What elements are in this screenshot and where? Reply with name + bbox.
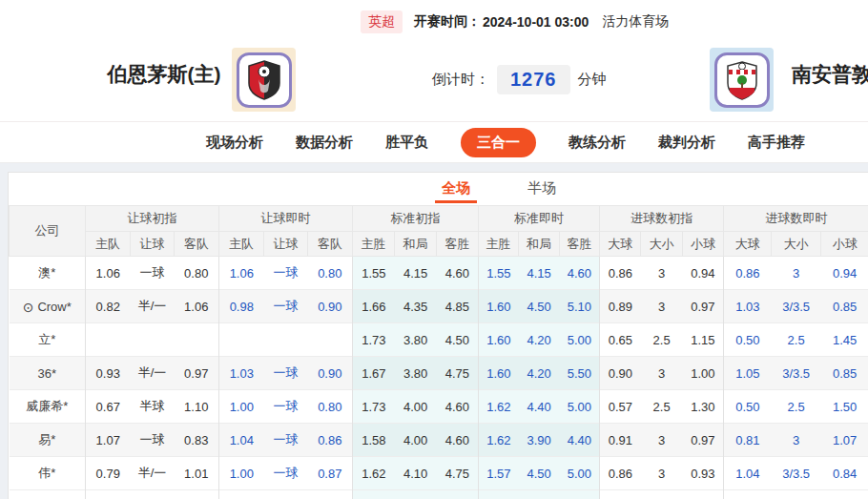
table-row: 36*0.93半/一0.971.03一球0.901.673.804.751.60… — [10, 357, 868, 390]
odds-cell-handicap_live-1: 一球 — [264, 357, 308, 390]
odds-cell-handicap_initial-1: 半/一 — [131, 357, 175, 390]
odds-cell-euro_live-1: 4.20 — [519, 357, 560, 390]
company-cell[interactable]: 伟* — [10, 457, 86, 490]
company-cell[interactable]: 威廉希* — [10, 390, 86, 424]
group-header-4: 进球数初指 — [600, 206, 724, 232]
nav-tab-5[interactable]: 裁判分析 — [658, 134, 715, 152]
odds-cell-euro_initial-0: 1.66 — [353, 290, 395, 323]
column-header-4-2: 小球 — [683, 232, 724, 257]
odds-cell-euro_live-0: 1.60 — [479, 323, 519, 357]
odds-cell-handicap_live-1: 一球 — [264, 424, 308, 457]
table-row: 威廉希*0.67半球1.101.00一球0.801.734.004.601.62… — [10, 390, 868, 424]
odds-cell-goals_live-1: 3/3.5 — [772, 357, 821, 390]
odds-cell-handicap_live-0: 1.00 — [219, 390, 264, 424]
odds-cell-euro_live-0: 1.62 — [479, 424, 519, 457]
odds-cell-goals_initial-1: 3 — [641, 257, 683, 290]
odds-cell-goals_live-1: 3/3.5 — [772, 290, 821, 323]
company-cell[interactable]: 易* — [10, 424, 86, 457]
odds-cell-goals_live-2: 0.84 — [821, 457, 868, 490]
odds-cell-euro_live-0: 1.62 — [479, 390, 519, 424]
countdown: 倒计时： 1276 分钟 — [432, 65, 607, 94]
nav-tab-4[interactable]: 教练分析 — [568, 134, 626, 152]
nav-tab-0[interactable]: 现场分析 — [206, 134, 263, 152]
odds-cell-euro_initial-0: 1.62 — [353, 457, 395, 490]
odds-cell-empty — [479, 490, 519, 499]
odds-cell-goals_live-1: 3/3.5 — [772, 457, 821, 490]
odds-cell-euro_initial-0: 1.73 — [353, 323, 395, 357]
odds-cell-empty — [519, 490, 560, 499]
odds-cell-euro_live-2: 4.60 — [560, 257, 600, 290]
odds-cell-euro_live-2: 4.40 — [560, 424, 600, 457]
league-badge[interactable]: 英超 — [361, 10, 403, 33]
company-cell[interactable]: 澳* — [10, 257, 86, 290]
odds-cell-handicap_initial-1: 半球 — [131, 390, 175, 424]
nav-tab-1[interactable]: 数据分析 — [296, 134, 353, 152]
group-header-5: 进球数即时 — [724, 206, 868, 232]
odds-cell-euro_live-1: 4.15 — [519, 257, 560, 290]
odds-cell-handicap_initial-0: 0.79 — [86, 457, 131, 490]
odds-cell-handicap_initial-1: 半/一 — [131, 457, 175, 490]
odds-cell-goals_live-1: 2.5 — [772, 323, 821, 357]
nav-tab-2[interactable]: 胜平负 — [385, 134, 428, 152]
nav-tab-3[interactable]: 三合一 — [461, 128, 536, 157]
odds-cell-empty — [560, 490, 600, 499]
odds-cell-euro_initial-1: 3.80 — [395, 357, 437, 390]
odds-cell-handicap_live-2 — [308, 323, 353, 357]
countdown-label: 倒计时： — [432, 71, 489, 89]
odds-cell-handicap_live-1: 一球 — [264, 290, 308, 323]
kickoff-time: 2024-10-01 03:00 — [483, 14, 589, 30]
column-header-0-2: 客队 — [175, 232, 219, 257]
odds-cell-euro_initial-0: 1.67 — [353, 357, 395, 390]
odds-cell-handicap_initial-2: 0.83 — [175, 424, 219, 457]
odds-table-body: 澳*1.06一球0.801.06一球0.801.554.154.601.554.… — [10, 257, 868, 499]
subtab-1[interactable]: 半场 — [527, 179, 556, 198]
odds-cell-handicap_live-1 — [264, 323, 308, 357]
odds-cell-empty — [683, 490, 724, 499]
odds-cell-handicap_initial-0 — [86, 323, 131, 357]
odds-cell-euro_initial-1: 4.15 — [395, 257, 437, 290]
odds-table-head: 公司让球初指让球即时标准初指标准即时进球数初指进球数即时主队让球客队主队让球客队… — [10, 206, 868, 257]
odds-cell-goals_initial-0: 0.90 — [600, 357, 641, 390]
table-row-partial — [10, 490, 868, 499]
odds-cell-euro_initial-2: 4.60 — [437, 390, 479, 424]
odds-cell-handicap_live-1: 一球 — [264, 390, 308, 424]
odds-cell-handicap_initial-1: 一球 — [131, 257, 175, 290]
odds-cell-handicap_live-1: 一球 — [264, 457, 308, 490]
column-header-2-2: 客胜 — [437, 232, 479, 257]
table-row: 伟*0.79半/一1.011.00一球0.871.624.104.751.574… — [10, 457, 868, 490]
odds-cell-euro_live-2: 5.50 — [560, 357, 600, 390]
subtab-0[interactable]: 全场 — [442, 179, 470, 198]
odds-cell-goals_initial-1: 3 — [641, 290, 683, 323]
column-header-2-0: 主胜 — [353, 232, 395, 257]
odds-cell-goals_initial-1: 2.5 — [641, 390, 683, 424]
odds-cell-goals_live-0: 1.04 — [724, 457, 772, 490]
odds-cell-euro_initial-1: 4.10 — [395, 457, 437, 490]
home-badge-icon — [247, 60, 281, 100]
odds-cell-euro_live-0: 1.57 — [479, 457, 519, 490]
odds-cell-goals_initial-1: 2.5 — [641, 323, 683, 357]
company-cell[interactable]: 36* — [10, 357, 86, 390]
odds-cell-empty — [353, 490, 395, 499]
odds-cell-handicap_live-2: 0.86 — [308, 424, 353, 457]
company-cell[interactable]: ⊙Crow* — [10, 290, 86, 323]
odds-panel: 全场半场 公司让球初指让球即时标准初指标准即时进球数初指进球数即时主队让球客队主… — [8, 172, 868, 499]
nav-tab-6[interactable]: 高手推荐 — [748, 134, 805, 152]
odds-cell-euro_live-0: 1.55 — [479, 257, 519, 290]
odds-cell-empty — [724, 490, 772, 499]
column-header-1-1: 让球 — [264, 232, 308, 257]
odds-cell-goals_initial-2: 0.94 — [683, 257, 724, 290]
column-header-1-0: 主队 — [219, 232, 264, 257]
odds-cell-euro_initial-1: 4.35 — [395, 290, 437, 323]
odds-cell-empty — [219, 490, 264, 499]
odds-cell-goals_initial-1: 3 — [641, 424, 683, 457]
odds-cell-goals_initial-0: 0.86 — [600, 457, 641, 490]
odds-cell-empty — [308, 490, 353, 499]
column-header-2-1: 和局 — [395, 232, 437, 257]
odds-cell-goals_initial-1: 3 — [641, 357, 683, 390]
odds-cell-euro_live-1: 4.50 — [519, 457, 560, 490]
odds-cell-handicap_initial-2: 1.01 — [175, 457, 219, 490]
odds-cell-goals_live-0: 0.50 — [724, 323, 772, 357]
odds-cell-goals_initial-0: 0.57 — [600, 390, 641, 424]
odds-cell-euro_initial-2: 4.75 — [437, 357, 479, 390]
company-cell[interactable]: 立* — [10, 323, 86, 357]
